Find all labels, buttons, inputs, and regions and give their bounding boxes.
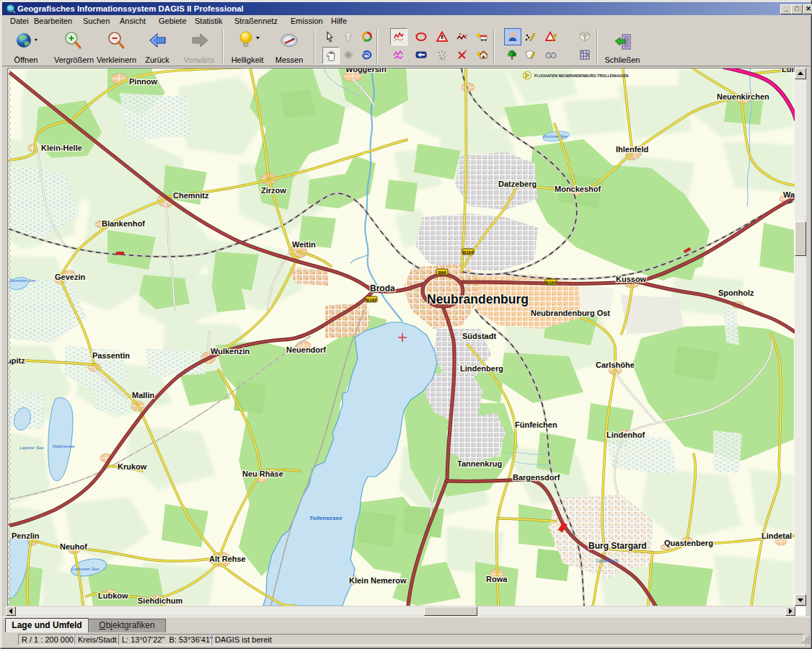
svg-text:Neuendorf: Neuendorf bbox=[286, 345, 326, 354]
svg-text:Neubrandenburg: Neubrandenburg bbox=[427, 292, 529, 306]
svg-text:B104: B104 bbox=[546, 281, 557, 285]
svg-text:Datzeberg: Datzeberg bbox=[498, 180, 537, 188]
svg-text:Lapitzer See: Lapitzer See bbox=[19, 446, 44, 450]
svg-text:Pinnow: Pinnow bbox=[129, 77, 158, 86]
svg-text:Weitin: Weitin bbox=[292, 240, 316, 249]
svg-text:Chemnitz: Chemnitz bbox=[173, 191, 209, 200]
svg-text:Warlin: Warlin bbox=[783, 190, 795, 199]
svg-text:Neu Rhäse: Neu Rhäse bbox=[242, 469, 283, 478]
svg-text:B192: B192 bbox=[366, 298, 377, 302]
svg-text:Monckeshof: Monckeshof bbox=[555, 185, 601, 193]
svg-text:Alt Rehse: Alt Rehse bbox=[209, 555, 246, 563]
svg-text:Quastenberg: Quastenberg bbox=[664, 539, 713, 547]
svg-text:Passentin: Passentin bbox=[92, 351, 130, 360]
svg-text:Rowa: Rowa bbox=[486, 575, 508, 583]
svg-text:Mallin: Mallin bbox=[132, 391, 154, 399]
svg-text:Luisenhof: Luisenhof bbox=[782, 69, 795, 74]
svg-text:Bargensdorf: Bargensdorf bbox=[513, 473, 560, 482]
svg-text:Blankenhof: Blankenhof bbox=[102, 219, 145, 228]
svg-text:Lindenhof: Lindenhof bbox=[606, 431, 645, 439]
svg-text:Lindebach: Lindebach bbox=[596, 558, 618, 563]
svg-text:Neubrandenburg Ost: Neubrandenburg Ost bbox=[531, 309, 610, 317]
svg-text:FLUGHAFEN NEUBRANDENBURG-TROLL: FLUGHAFEN NEUBRANDENBURG-TROLLENHAGEN bbox=[534, 74, 629, 78]
svg-text:Ihlenfeld: Ihlenfeld bbox=[616, 145, 648, 154]
svg-text:Krummer See: Krummer See bbox=[543, 134, 568, 138]
svg-text:Tollensesee: Tollensesee bbox=[309, 515, 343, 521]
svg-text:Lindenberg: Lindenberg bbox=[460, 364, 503, 373]
svg-text:Broda: Broda bbox=[370, 283, 395, 293]
svg-text:Fünfeichen: Fünfeichen bbox=[515, 420, 557, 429]
svg-text:B96: B96 bbox=[438, 270, 446, 275]
svg-text:Siehdichum: Siehdichum bbox=[138, 596, 183, 605]
svg-text:Klein Nemerow: Klein Nemerow bbox=[349, 576, 407, 585]
svg-text:Gevezin: Gevezin bbox=[55, 273, 85, 281]
svg-text:Zirzow: Zirzow bbox=[261, 186, 286, 195]
svg-text:Woggersin: Woggersin bbox=[345, 69, 387, 74]
svg-text:Wulkenzin: Wulkenzin bbox=[211, 347, 250, 356]
svg-text:Südstadt: Südstadt bbox=[462, 332, 496, 340]
svg-text:Neuhof: Neuhof bbox=[60, 542, 87, 551]
svg-text:Penzlin: Penzlin bbox=[12, 531, 40, 540]
svg-text:Burg Stargard: Burg Stargard bbox=[588, 541, 647, 551]
svg-text:Krukow: Krukow bbox=[118, 462, 147, 471]
svg-text:Lubkower See: Lubkower See bbox=[71, 567, 100, 571]
svg-text:Mallinersee: Mallinersee bbox=[53, 444, 75, 449]
svg-text:Tannenkrug: Tannenkrug bbox=[457, 459, 502, 468]
svg-text:Carlshöhe: Carlshöhe bbox=[596, 361, 635, 369]
svg-text:Lapitz: Lapitz bbox=[8, 356, 25, 365]
svg-text:Lindetal: Lindetal bbox=[762, 531, 792, 540]
svg-text:Geveziner See: Geveziner See bbox=[9, 278, 35, 283]
svg-text:Neuenkirchen: Neuenkirchen bbox=[717, 92, 769, 101]
svg-text:B104: B104 bbox=[463, 250, 474, 255]
svg-text:Sponholz: Sponholz bbox=[718, 288, 754, 297]
svg-text:Lubkow: Lubkow bbox=[98, 591, 128, 600]
svg-text:Kussow: Kussow bbox=[616, 275, 647, 283]
svg-text:Klein-Helle: Klein-Helle bbox=[41, 144, 82, 152]
